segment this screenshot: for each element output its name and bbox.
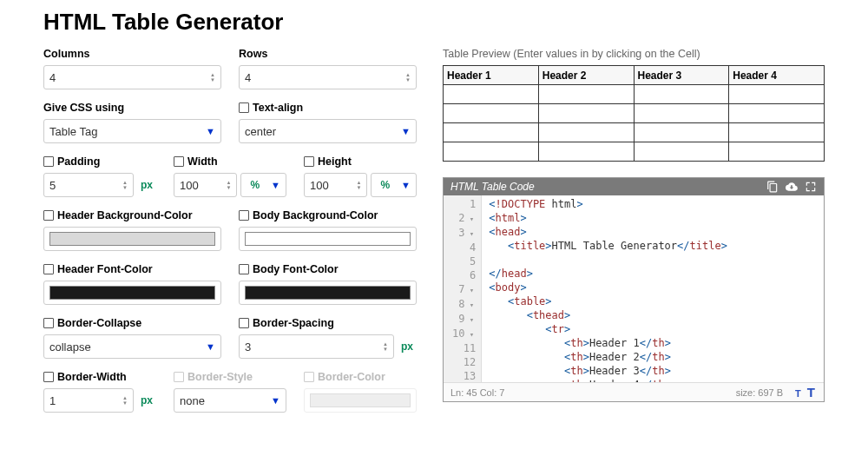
css-using-label: Give CSS using <box>43 102 221 114</box>
header-bg-label: Header Background-Color <box>57 209 193 221</box>
table-cell[interactable] <box>634 123 729 142</box>
controls-panel: Columns 4 ▲▼ Rows 4 ▲▼ Give CSS using T <box>43 48 417 416</box>
stepper-icon[interactable]: ▲▼ <box>226 181 231 190</box>
table-cell[interactable] <box>634 104 729 123</box>
css-using-select[interactable]: Table Tag ▼ <box>43 119 221 143</box>
text-align-select[interactable]: center ▼ <box>239 119 417 143</box>
page-title: HTML Table Generator <box>43 9 825 36</box>
border-spacing-input[interactable]: 3 ▲▼ <box>239 334 394 359</box>
border-spacing-unit: px <box>398 340 417 353</box>
table-cell[interactable] <box>634 85 729 104</box>
body-bg-label: Body Background-Color <box>253 209 378 221</box>
download-icon[interactable] <box>786 181 798 193</box>
text-align-label: Text-align <box>253 102 303 114</box>
border-collapse-checkbox[interactable] <box>43 318 54 328</box>
height-input[interactable]: 100 ▲▼ <box>304 173 367 197</box>
stepper-icon[interactable]: ▲▼ <box>405 73 411 83</box>
table-cell[interactable] <box>538 85 634 104</box>
stepper-icon[interactable]: ▲▼ <box>210 73 215 83</box>
table-header-cell[interactable]: Header 1 <box>444 66 539 85</box>
code-panel: HTML Table Code 12 ▾3 ▾4567 ▾8 ▾9 ▾10 ▾1… <box>443 177 825 402</box>
width-unit-select[interactable]: % ▼ <box>240 173 286 197</box>
header-font-label: Header Font-Color <box>57 263 153 275</box>
border-style-checkbox[interactable] <box>174 372 184 382</box>
chevron-down-icon: ▼ <box>266 395 280 406</box>
chevron-down-icon: ▼ <box>396 126 411 136</box>
table-header-cell[interactable]: Header 2 <box>538 66 634 85</box>
table-cell[interactable] <box>444 123 539 142</box>
table-cell[interactable] <box>634 142 729 162</box>
stepper-icon[interactable]: ▲▼ <box>383 342 388 352</box>
file-size: size: 697 B <box>736 387 783 398</box>
header-font-checkbox[interactable] <box>43 264 54 274</box>
width-input[interactable]: 100 ▲▼ <box>174 173 237 197</box>
chevron-down-icon: ▼ <box>266 180 280 190</box>
height-label: Height <box>318 155 352 168</box>
code-title: HTML Table Code <box>450 181 760 193</box>
padding-unit: px <box>137 179 156 191</box>
code-editor[interactable]: <!DOCTYPE html><html><head> <title>HTML … <box>482 195 734 382</box>
table-cell[interactable] <box>729 85 825 104</box>
table-cell[interactable] <box>444 85 539 104</box>
border-collapse-select[interactable]: collapse ▼ <box>43 334 221 359</box>
columns-input[interactable]: 4 ▲▼ <box>43 65 221 89</box>
table-cell[interactable] <box>538 104 634 123</box>
stepper-icon[interactable]: ▲▼ <box>122 181 128 190</box>
header-bg-color[interactable] <box>43 227 221 251</box>
body-bg-color[interactable] <box>239 227 417 251</box>
border-width-checkbox[interactable] <box>43 372 54 382</box>
body-font-color[interactable] <box>239 281 417 305</box>
border-spacing-checkbox[interactable] <box>239 318 249 328</box>
width-checkbox[interactable] <box>174 156 184 167</box>
expand-icon[interactable] <box>805 181 817 193</box>
table-preview[interactable]: Header 1Header 2Header 3Header 4 <box>443 65 825 162</box>
table-cell[interactable] <box>444 104 539 123</box>
border-style-label: Border-Style <box>187 371 253 383</box>
border-width-label: Border-Width <box>57 371 127 383</box>
chevron-down-icon: ▼ <box>201 341 215 352</box>
border-color-label: Border-Color <box>318 371 385 383</box>
stepper-icon[interactable]: ▲▼ <box>122 396 128 406</box>
cursor-position: Ln: 45 Col: 7 <box>450 387 504 398</box>
border-spacing-label: Border-Spacing <box>253 317 334 329</box>
chevron-down-icon: ▼ <box>396 180 411 190</box>
header-bg-checkbox[interactable] <box>43 210 54 221</box>
table-cell[interactable] <box>538 123 634 142</box>
border-width-input[interactable]: 1 ▲▼ <box>43 388 134 413</box>
border-color-input[interactable] <box>304 388 417 413</box>
table-cell[interactable] <box>729 123 825 142</box>
stepper-icon[interactable]: ▲▼ <box>356 181 361 190</box>
chevron-down-icon: ▼ <box>201 126 215 136</box>
body-bg-checkbox[interactable] <box>239 210 249 221</box>
columns-label: Columns <box>43 48 221 60</box>
text-size-toggle[interactable]: T T <box>795 385 817 400</box>
padding-input[interactable]: 5 ▲▼ <box>43 173 134 197</box>
border-style-select[interactable]: none ▼ <box>174 388 286 413</box>
rows-input[interactable]: 4 ▲▼ <box>239 65 417 89</box>
border-collapse-label: Border-Collapse <box>57 317 141 329</box>
text-align-checkbox[interactable] <box>239 102 249 113</box>
padding-label: Padding <box>57 155 100 168</box>
table-header-cell[interactable]: Header 4 <box>729 66 825 85</box>
body-font-checkbox[interactable] <box>239 264 249 274</box>
copy-icon[interactable] <box>766 181 779 193</box>
width-label: Width <box>187 155 218 168</box>
border-width-unit: px <box>137 394 156 406</box>
header-font-color[interactable] <box>43 281 221 305</box>
rows-label: Rows <box>239 48 417 60</box>
table-cell[interactable] <box>444 142 539 162</box>
table-cell[interactable] <box>729 104 825 123</box>
table-header-cell[interactable]: Header 3 <box>634 66 729 85</box>
preview-hint: (Enter values in by clicking on the Cell… <box>513 48 700 60</box>
preview-title: Table Preview (Enter values in by clicki… <box>443 48 825 60</box>
table-cell[interactable] <box>538 142 634 162</box>
body-font-label: Body Font-Color <box>253 263 339 275</box>
padding-checkbox[interactable] <box>43 156 54 167</box>
table-cell[interactable] <box>729 142 825 162</box>
height-unit-select[interactable]: % ▼ <box>371 173 417 197</box>
code-gutter: 12 ▾3 ▾4567 ▾8 ▾9 ▾10 ▾1112131415 ▾ <box>444 195 482 382</box>
height-checkbox[interactable] <box>304 156 314 167</box>
border-color-checkbox[interactable] <box>304 372 314 382</box>
